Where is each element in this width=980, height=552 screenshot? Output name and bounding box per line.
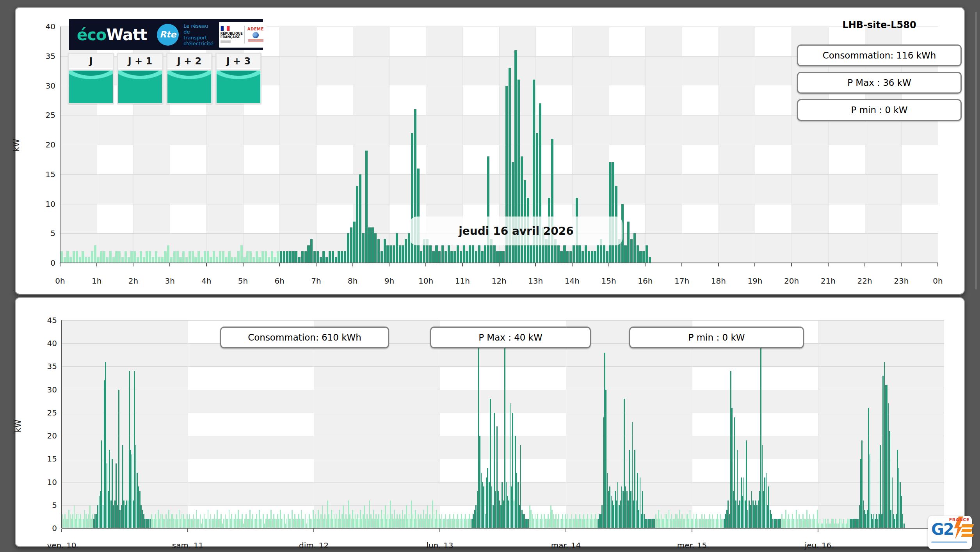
bar[interactable]	[395, 519, 397, 528]
bar[interactable]	[420, 514, 422, 528]
bar[interactable]	[209, 519, 210, 528]
bar[interactable]	[479, 436, 480, 528]
bar[interactable]	[339, 510, 340, 528]
bar[interactable]	[500, 505, 502, 528]
bar[interactable]	[253, 257, 255, 263]
bar[interactable]	[558, 514, 559, 528]
bar[interactable]	[365, 519, 366, 528]
bar[interactable]	[650, 519, 651, 528]
bar[interactable]	[375, 514, 377, 528]
bar[interactable]	[405, 239, 407, 263]
bar[interactable]	[601, 505, 603, 528]
bar[interactable]	[315, 514, 317, 528]
bar[interactable]	[469, 514, 470, 528]
bar[interactable]	[562, 514, 563, 528]
bar[interactable]	[889, 431, 890, 528]
bar[interactable]	[549, 519, 550, 528]
bar[interactable]	[413, 514, 414, 528]
bar[interactable]	[876, 514, 877, 528]
bar[interactable]	[720, 514, 721, 528]
bar[interactable]	[573, 245, 575, 263]
bar[interactable]	[87, 519, 88, 528]
bar[interactable]	[599, 514, 600, 528]
bar[interactable]	[516, 473, 517, 528]
bar[interactable]	[85, 257, 87, 263]
bar[interactable]	[600, 514, 601, 528]
bar[interactable]	[97, 257, 99, 263]
bar[interactable]	[717, 514, 718, 528]
bar[interactable]	[646, 519, 647, 528]
bar[interactable]	[338, 251, 340, 263]
bar[interactable]	[588, 251, 590, 263]
bar[interactable]	[448, 245, 450, 263]
bar[interactable]	[394, 510, 395, 528]
bar[interactable]	[499, 501, 500, 528]
bar[interactable]	[119, 510, 121, 528]
bar[interactable]	[271, 251, 273, 263]
bar[interactable]	[341, 251, 343, 263]
bar[interactable]	[785, 510, 786, 528]
bar[interactable]	[359, 174, 361, 263]
bar[interactable]	[133, 251, 136, 263]
bar[interactable]	[651, 519, 653, 528]
bar[interactable]	[453, 514, 454, 528]
bar[interactable]	[64, 257, 66, 263]
bar[interactable]	[521, 156, 523, 263]
bar[interactable]	[716, 519, 717, 528]
bar[interactable]	[854, 519, 855, 528]
bar[interactable]	[779, 519, 780, 528]
page-scrollbar[interactable]	[975, 12, 977, 289]
bar[interactable]	[150, 519, 151, 528]
bar[interactable]	[353, 519, 354, 528]
bar[interactable]	[499, 251, 502, 263]
bar[interactable]	[406, 505, 407, 528]
bar[interactable]	[587, 514, 588, 528]
bar[interactable]	[109, 450, 110, 528]
bar[interactable]	[280, 251, 282, 263]
bar[interactable]	[258, 519, 259, 528]
bar[interactable]	[694, 514, 695, 528]
bar[interactable]	[322, 505, 323, 528]
bar[interactable]	[325, 257, 328, 263]
bar[interactable]	[832, 519, 834, 528]
bar[interactable]	[269, 519, 270, 528]
bar[interactable]	[812, 519, 813, 528]
bar[interactable]	[712, 514, 713, 528]
bar[interactable]	[106, 257, 108, 263]
bar[interactable]	[793, 519, 794, 528]
bar[interactable]	[265, 519, 267, 528]
bar[interactable]	[307, 245, 309, 263]
bar[interactable]	[374, 233, 377, 263]
bar[interactable]	[770, 510, 771, 528]
bar[interactable]	[737, 450, 738, 528]
bar[interactable]	[137, 257, 139, 263]
bar[interactable]	[630, 491, 631, 528]
bar[interactable]	[79, 519, 80, 528]
bar[interactable]	[121, 257, 124, 263]
bar[interactable]	[871, 514, 872, 528]
bar[interactable]	[658, 510, 659, 528]
bar[interactable]	[557, 245, 560, 263]
bar[interactable]	[149, 251, 151, 263]
bar[interactable]	[141, 505, 142, 528]
bar[interactable]	[180, 519, 181, 528]
bar[interactable]	[386, 519, 387, 528]
bar[interactable]	[128, 501, 129, 528]
bar[interactable]	[802, 514, 804, 528]
bar[interactable]	[113, 505, 114, 528]
bar[interactable]	[609, 486, 610, 528]
bar[interactable]	[532, 514, 533, 528]
bar[interactable]	[584, 519, 585, 528]
bar[interactable]	[143, 257, 145, 263]
bar[interactable]	[645, 519, 646, 528]
bar[interactable]	[446, 519, 448, 528]
bar[interactable]	[299, 519, 301, 528]
bar[interactable]	[835, 519, 836, 528]
bar[interactable]	[656, 519, 658, 528]
bar[interactable]	[318, 510, 319, 528]
bar[interactable]	[118, 251, 121, 263]
bar[interactable]	[894, 519, 895, 528]
bar[interactable]	[396, 233, 398, 263]
bar[interactable]	[686, 514, 687, 528]
bar[interactable]	[344, 519, 345, 528]
